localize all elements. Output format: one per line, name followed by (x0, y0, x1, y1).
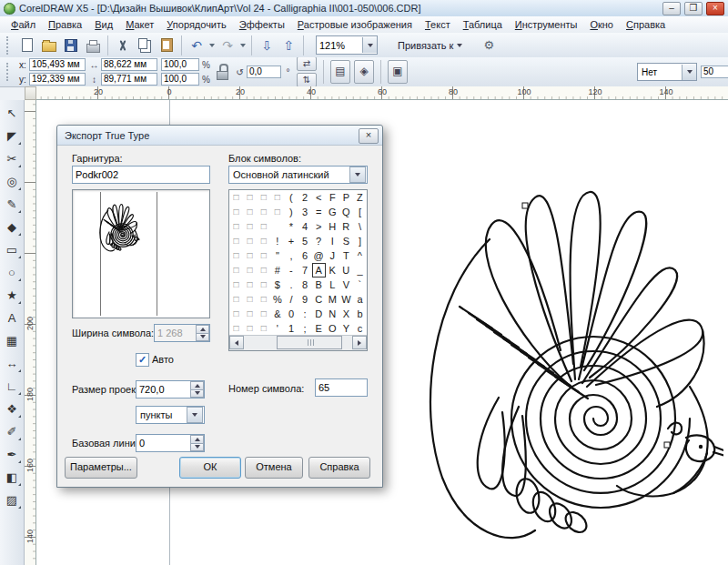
symbol-block-dropdown-arrow[interactable] (349, 166, 366, 183)
char-cell[interactable]: O (326, 321, 339, 336)
char-cell[interactable]: J (326, 248, 339, 263)
table-tool[interactable]: ▦ (2, 330, 22, 350)
ok-button[interactable]: ОК (179, 457, 241, 479)
char-cell[interactable] (270, 219, 284, 234)
outline-dropdown-arrow[interactable] (682, 65, 696, 80)
char-cell[interactable]: I (326, 234, 339, 248)
char-cell[interactable]: T (339, 248, 353, 263)
menu-item-файл[interactable]: Файл (5, 18, 41, 31)
char-cell[interactable]: / (284, 292, 298, 307)
calligraphic-bird-drawing[interactable] (382, 168, 723, 546)
char-cell[interactable]: □ (257, 321, 270, 336)
misc-button-1[interactable]: ▤ (330, 60, 350, 84)
dialog-close-button[interactable]: × (359, 128, 379, 144)
scale-x-field[interactable]: 100,0 (161, 58, 199, 71)
polygon-tool[interactable]: ★ (2, 285, 22, 305)
object-width-field[interactable]: 88,622 мм (101, 58, 157, 71)
horizontal-ruler[interactable]: 20020406080100120140 (36, 86, 728, 100)
char-cell[interactable]: D (312, 307, 326, 321)
char-cell[interactable]: 6 (298, 248, 312, 263)
menu-item-упорядочить[interactable]: Упорядочить (161, 18, 231, 31)
char-cell[interactable]: a (353, 292, 367, 307)
close-button[interactable]: × (706, 2, 724, 15)
char-cell[interactable]: c (353, 321, 367, 336)
typeface-input[interactable] (73, 166, 209, 183)
zoom-level-input[interactable] (317, 40, 362, 51)
char-cell[interactable]: □ (270, 190, 284, 205)
interactive-fill-tool[interactable]: ▨ (2, 489, 22, 510)
char-cell[interactable]: Y (339, 321, 353, 336)
char-cell[interactable]: □ (229, 219, 243, 234)
zoom-tool[interactable]: ◎ (2, 171, 22, 191)
mirror-horizontal-button[interactable]: ⇄ (297, 57, 317, 71)
char-cell[interactable]: □ (229, 292, 243, 307)
menu-item-растровые изображения[interactable]: Растровые изображения (292, 18, 418, 31)
char-cell[interactable]: 5 (298, 234, 312, 248)
paste-icon[interactable] (157, 35, 177, 55)
save-icon[interactable] (61, 35, 81, 55)
object-height-field[interactable]: 89,771 мм (101, 73, 157, 86)
menu-item-текст[interactable]: Текст (420, 18, 456, 31)
char-cell[interactable]: ! (270, 234, 284, 248)
maximize-button[interactable]: ❒ (684, 2, 703, 15)
char-cell[interactable]: ? (312, 234, 326, 248)
ellipse-tool[interactable]: ○ (2, 262, 22, 282)
y-position-field[interactable]: 192,339 мм (29, 73, 86, 86)
char-cell[interactable]: U (339, 263, 353, 277)
char-cell[interactable]: ' (270, 321, 284, 336)
char-cell[interactable]: " (270, 248, 284, 263)
fill-tool[interactable]: ◧ (2, 467, 22, 487)
ruler-origin-button[interactable] (25, 86, 36, 100)
char-cell[interactable]: < (312, 190, 326, 205)
snap-to-button[interactable]: Привязать к (392, 38, 468, 53)
char-cell[interactable]: □ (229, 277, 243, 292)
symbol-number-input[interactable] (316, 379, 367, 396)
char-cell[interactable]: 0 (284, 307, 298, 321)
char-cell[interactable]: □ (243, 219, 257, 234)
char-cell[interactable]: L (326, 277, 339, 292)
char-cell[interactable]: 7 (298, 263, 312, 277)
char-cell[interactable]: H (326, 219, 339, 234)
char-cell[interactable]: □ (229, 307, 243, 321)
blend-tool[interactable]: ❖ (2, 399, 22, 419)
dialog-title-bar[interactable]: Экспорт True Type (57, 126, 382, 146)
char-cell[interactable]: 1 (284, 321, 298, 336)
char-cell[interactable]: E (312, 321, 326, 336)
redo-dropdown-arrow[interactable] (239, 35, 247, 55)
char-cell[interactable]: _ (353, 263, 367, 277)
menu-item-макет[interactable]: Макет (120, 18, 159, 31)
smart-fill-tool[interactable]: ◆ (2, 217, 22, 237)
char-cell[interactable]: Z (353, 190, 367, 205)
help-button[interactable]: Справка (308, 457, 370, 479)
misc-button-3[interactable]: ▣ (388, 60, 408, 84)
char-cell[interactable]: M (326, 292, 339, 307)
char-cell[interactable]: ^ (353, 248, 367, 263)
char-cell[interactable]: # (270, 263, 284, 277)
char-cell[interactable]: F (326, 190, 339, 205)
char-cell[interactable]: + (284, 234, 298, 248)
char-cell[interactable]: □ (243, 277, 257, 292)
char-cell[interactable]: □ (243, 234, 257, 248)
char-cell[interactable]: □ (257, 205, 270, 219)
misc-button-2[interactable]: ◈ (354, 60, 374, 84)
char-cell[interactable]: A (312, 263, 326, 277)
project-size-spinner[interactable] (190, 381, 204, 398)
char-cell[interactable]: : (298, 307, 312, 321)
cancel-button[interactable]: Отмена (245, 457, 303, 479)
char-cell[interactable]: P (339, 190, 353, 205)
char-cell[interactable]: □ (229, 190, 243, 205)
char-cell[interactable]: □ (229, 205, 243, 219)
text-tool[interactable]: А (2, 308, 22, 328)
baseline-input[interactable] (136, 435, 190, 451)
char-cell[interactable]: N (326, 307, 339, 321)
char-cell[interactable]: G (326, 205, 339, 219)
char-cell[interactable]: C (312, 292, 326, 307)
pick-tool[interactable]: ↖ (2, 103, 22, 123)
char-cell[interactable]: □ (257, 292, 270, 307)
new-document-icon[interactable] (17, 35, 37, 55)
char-cell[interactable]: R (339, 219, 353, 234)
char-cell[interactable]: ) (284, 205, 298, 219)
char-cell[interactable]: 3 (298, 205, 312, 219)
scale-y-field[interactable]: 100,0 (161, 73, 199, 86)
units-dropdown-arrow[interactable] (187, 407, 203, 423)
